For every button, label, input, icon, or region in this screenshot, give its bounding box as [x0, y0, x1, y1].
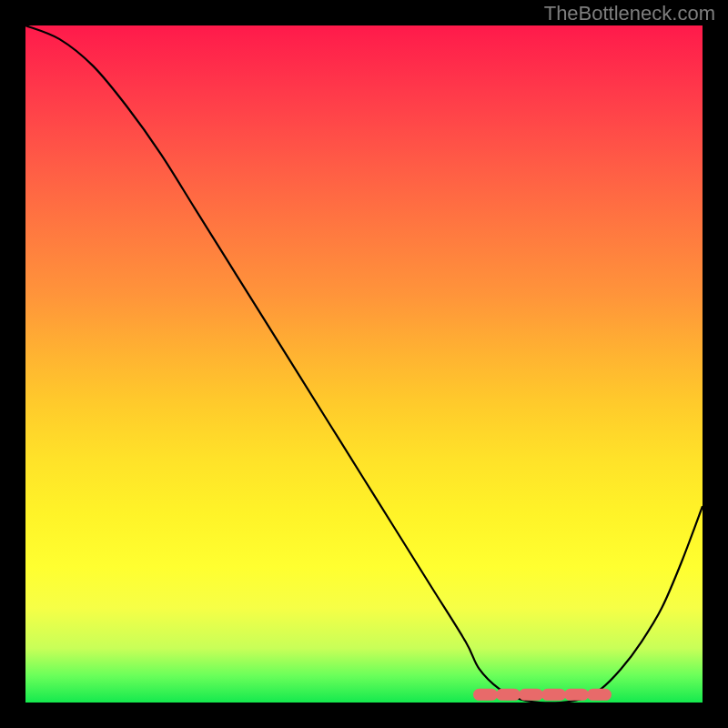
bottleneck-chart: TheBottleneck.com [0, 0, 728, 728]
bottleneck-curve [25, 25, 703, 703]
plot-area [25, 25, 703, 703]
attribution-text: TheBottleneck.com [544, 2, 715, 25]
chart-overlay [25, 25, 703, 703]
